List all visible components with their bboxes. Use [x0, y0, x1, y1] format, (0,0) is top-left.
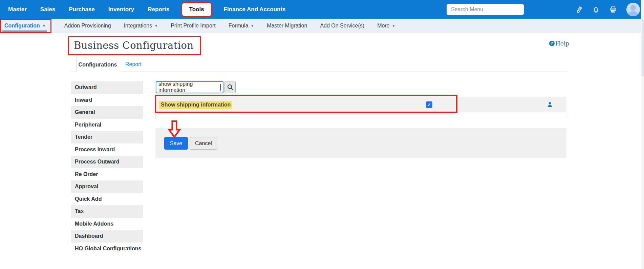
chevron-down-icon: ▼: [251, 24, 254, 28]
sidebar-item-process-inward[interactable]: Process Inward: [71, 143, 143, 156]
subnav-item-label: Print Profile Import: [171, 23, 215, 29]
search-button[interactable]: [224, 81, 236, 93]
sidebar-item-peripheral[interactable]: Peripheral: [71, 119, 143, 131]
check-icon: ✓: [427, 102, 431, 107]
avatar-head: [630, 5, 636, 11]
configuration-category-list: Outward Inward General Peripheral Tender…: [71, 81, 143, 255]
subnav-item-configuration[interactable]: Configuration ▼: [4, 23, 46, 29]
menu-item-purchase[interactable]: Purchase: [69, 6, 95, 13]
empty-table-row: [155, 112, 566, 119]
search-icon: [227, 84, 234, 91]
search-menu-container: [447, 4, 524, 15]
subnav-item-label: More: [377, 23, 389, 29]
subnav-item-integrations[interactable]: Integrations ▼: [124, 23, 158, 29]
topbar-icons: [575, 3, 640, 16]
sidebar-item-ho-global-configurations[interactable]: HO Global Configurations: [71, 243, 143, 255]
subnav-item-print-profile-import[interactable]: Print Profile Import: [171, 23, 215, 29]
configuration-highlight-box: Configuration ▼: [0, 19, 51, 33]
help-link[interactable]: ? Help: [549, 40, 569, 47]
subnav-item-label: Configuration: [4, 23, 40, 29]
configuration-search: show shipping information: [156, 81, 236, 93]
chevron-down-icon: ▼: [392, 24, 395, 28]
user-avatar[interactable]: [626, 3, 640, 16]
subnav-item-label: Addon Provisioning: [64, 23, 111, 29]
sidebar-item-general[interactable]: General: [71, 106, 143, 119]
search-menu-input[interactable]: [447, 4, 524, 15]
save-button[interactable]: Save: [164, 137, 188, 150]
help-label: Help: [555, 40, 569, 47]
paintbrush-icon[interactable]: [575, 5, 583, 14]
tab-report[interactable]: Report: [125, 57, 142, 72]
sidebar-item-mobile-addons[interactable]: Mobile Addons: [71, 218, 143, 230]
subnav-item-label: Master Migration: [267, 23, 307, 29]
notifications-bell-icon[interactable]: [592, 5, 600, 14]
sidebar-item-outward[interactable]: Outward: [71, 81, 143, 94]
search-input-value: show shipping information: [158, 81, 220, 93]
configuration-results-table: Show shipping information ✓: [155, 97, 566, 119]
text-cursor: [220, 84, 221, 91]
subnav-item-formula[interactable]: Formula ▼: [229, 23, 254, 29]
menu-item-inventory[interactable]: Inventory: [108, 6, 134, 13]
printer-icon[interactable]: [609, 5, 617, 14]
menu-item-finance-and-accounts[interactable]: Finance And Accounts: [224, 6, 286, 13]
subnav-item-master-migration[interactable]: Master Migration: [267, 23, 307, 29]
app-window: Master Sales Purchase Inventory Reports …: [0, 0, 644, 269]
menu-item-reports[interactable]: Reports: [148, 6, 169, 13]
subnav-item-more[interactable]: More ▼: [377, 23, 395, 29]
chevron-down-icon: ▼: [154, 24, 158, 28]
sidebar-item-inward[interactable]: Inward: [71, 94, 143, 107]
help-question-icon: ?: [549, 41, 555, 46]
content-area: Business Configuration ? Help Configurat…: [0, 33, 644, 269]
subnav-item-add-on-services[interactable]: Add On Service(s): [320, 23, 364, 29]
sidebar-item-tax[interactable]: Tax: [71, 205, 143, 218]
avatar-body: [628, 11, 639, 16]
scrollbar-thumb[interactable]: [642, 19, 644, 77]
page-scrollbar[interactable]: [641, 0, 644, 269]
sidebar-item-quick-add[interactable]: Quick Add: [71, 193, 143, 206]
cancel-button[interactable]: Cancel: [190, 137, 217, 150]
menu-item-master[interactable]: Master: [8, 6, 27, 13]
tab-configurations[interactable]: Configurations: [76, 57, 119, 72]
page-title-highlight-box: Business Configuration: [68, 36, 201, 55]
main-menu: Master Sales Purchase Inventory Reports …: [8, 2, 286, 17]
menu-item-tools[interactable]: Tools: [181, 2, 212, 17]
configuration-search-input[interactable]: show shipping information: [156, 81, 223, 93]
tab-label: Configurations: [79, 62, 117, 68]
subnav-item-label: Add On Service(s): [320, 23, 364, 29]
sidebar-item-tender[interactable]: Tender: [71, 131, 143, 143]
sidebar-item-process-outward[interactable]: Process Outward: [71, 156, 143, 168]
tab-label: Report: [125, 61, 142, 68]
tools-sub-navbar: Configuration ▼ Addon Provisioning Integ…: [0, 19, 644, 33]
shipping-info-checkbox[interactable]: ✓: [426, 101, 432, 108]
subnav-item-label: Integrations: [124, 23, 152, 29]
page-title: Business Configuration: [74, 40, 194, 51]
menu-item-sales[interactable]: Sales: [40, 6, 55, 13]
action-button-panel: Save Cancel: [155, 128, 566, 158]
subnav-item-addon-provisioning[interactable]: Addon Provisioning: [64, 23, 111, 29]
config-row-show-shipping-information[interactable]: Show shipping information ✓: [155, 97, 566, 112]
config-label-highlighted: Show shipping information: [159, 101, 232, 109]
chevron-down-icon: ▼: [42, 24, 46, 28]
sidebar-item-re-order[interactable]: Re Order: [71, 168, 143, 181]
subnav-item-label: Formula: [229, 23, 249, 29]
sidebar-item-dashboard[interactable]: Dashboard: [71, 230, 143, 243]
sidebar-item-approval[interactable]: Approval: [71, 180, 143, 193]
top-navbar: Master Sales Purchase Inventory Reports …: [0, 0, 644, 19]
user-permission-icon[interactable]: [546, 101, 553, 110]
tab-divider-line: [71, 72, 567, 72]
